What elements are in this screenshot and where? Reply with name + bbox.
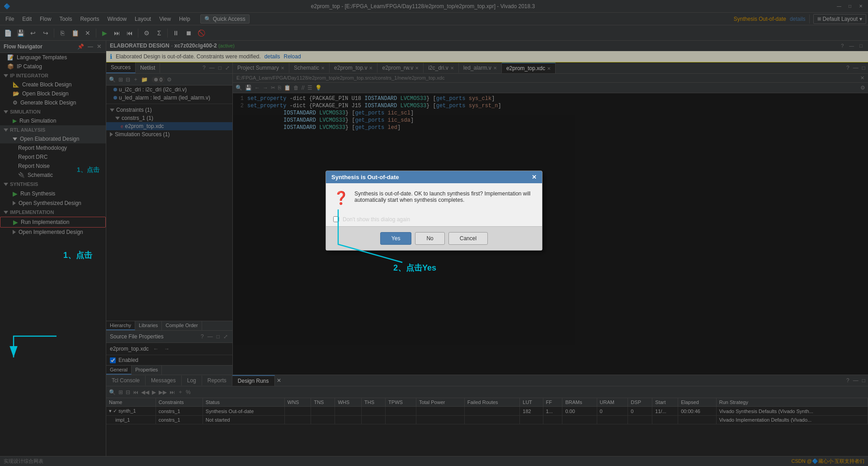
dialog-body: ❓ Synthesis is out-of-date. OK to launch… (326, 183, 542, 213)
dialog-title: Synthesis is Out-of-date (331, 174, 399, 181)
synthesis-dialog: Synthesis is Out-of-date ✕ ❓ Synthesis i… (326, 171, 542, 251)
dialog-overlay: Synthesis is Out-of-date ✕ ❓ Synthesis i… (0, 0, 868, 466)
dialog-buttons: Yes No Cancel (326, 226, 542, 250)
dialog-no-button[interactable]: No (415, 232, 444, 245)
dont-show-again-checkbox[interactable] (333, 216, 339, 222)
dialog-title-bar: Synthesis is Out-of-date ✕ (326, 171, 542, 183)
dialog-checkbox-row: Don't show this dialog again (326, 213, 542, 226)
dialog-message: Synthesis is out-of-date. OK to launch s… (354, 190, 535, 203)
dialog-cancel-button[interactable]: Cancel (448, 232, 488, 245)
dialog-yes-button[interactable]: Yes (380, 232, 412, 245)
dont-show-again-label: Don't show this dialog again (343, 216, 410, 223)
dialog-close-icon[interactable]: ✕ (532, 174, 537, 181)
dialog-question-icon: ❓ (333, 190, 349, 205)
